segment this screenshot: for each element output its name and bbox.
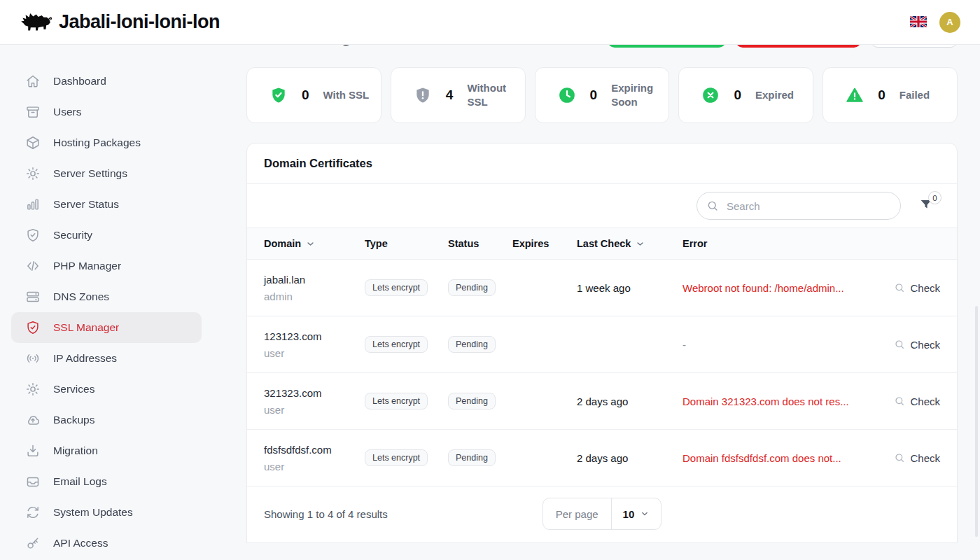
ssl-stats-cards: 0 With SSL 4 Without SSL 0 Expiring Soon…: [246, 67, 958, 123]
sidebar-item-label: SSL Manager: [53, 321, 119, 334]
check-label: Check: [910, 396, 940, 407]
table-body: jabali.lan admin Lets encrypt Pending 1 …: [247, 260, 957, 486]
bar-chart-icon: [25, 197, 41, 212]
table-row: fdsfsdfdsf.com user Lets encrypt Pending…: [247, 430, 957, 486]
search-input[interactable]: [696, 192, 901, 220]
sidebar-item-system-updates[interactable]: System Updates: [11, 497, 202, 528]
search-box: [696, 192, 901, 220]
status-badge: Pending: [448, 279, 496, 296]
shield-check-solid-icon: [270, 86, 288, 104]
check-action[interactable]: Check: [873, 282, 940, 294]
error-cell: Domain fdsfsdfdsf.com does not...: [682, 452, 873, 464]
table-row: 321323.com user Lets encrypt Pending 2 d…: [247, 373, 957, 430]
app-title: Jabali-loni-loni-lon: [59, 11, 220, 33]
status-badge: Pending: [448, 449, 496, 466]
scrollbar-thumb[interactable]: [975, 306, 978, 537]
sidebar-item-label: Migration: [53, 444, 98, 457]
sidebar-item-php-manager[interactable]: PHP Manager: [11, 251, 202, 281]
sidebar-item-dashboard[interactable]: Dashboard: [11, 66, 202, 97]
domain-name: jabali.lan: [264, 274, 365, 286]
language-flag-icon[interactable]: [910, 16, 927, 28]
stat-label: Failed: [899, 88, 930, 102]
column-label: Type: [365, 238, 388, 249]
sidebar-item-label: API Access: [53, 537, 108, 550]
sidebar-item-migration[interactable]: Migration: [11, 435, 202, 466]
sidebar-item-label: Server Status: [53, 198, 119, 211]
last-check-cell: 1 week ago: [577, 282, 682, 294]
chevron-down-icon: [640, 509, 650, 519]
sidebar-item-backups[interactable]: Backups: [11, 405, 202, 435]
sidebar-item-label: System Updates: [53, 506, 133, 519]
check-label: Check: [910, 339, 940, 351]
sidebar-item-label: DNS Zones: [53, 290, 109, 303]
stat-value: 4: [446, 88, 454, 103]
sidebar-item-services[interactable]: Services: [11, 374, 202, 405]
table-row: 123123.com user Lets encrypt Pending - C…: [247, 316, 957, 373]
key-icon: [25, 536, 41, 551]
code-icon: [25, 258, 41, 274]
warning-triangle-solid-icon: [846, 86, 864, 104]
sidebar-item-ip-addresses[interactable]: IP Addresses: [11, 343, 202, 374]
filter-button[interactable]: 0: [919, 197, 933, 214]
column-label: Domain: [264, 238, 301, 249]
sidebar-item-users[interactable]: Users: [11, 97, 202, 127]
column-header-last-check[interactable]: Last Check: [577, 238, 682, 249]
per-page-value: 10: [623, 508, 635, 520]
search-icon: [894, 452, 905, 463]
stat-card-failed: 0 Failed: [822, 67, 958, 123]
sidebar-item-dns-zones[interactable]: DNS Zones: [11, 281, 202, 312]
sidebar-item-security[interactable]: Security: [11, 220, 202, 251]
sidebar-item-label: Backups: [53, 414, 94, 426]
stat-card-expiring-soon: 0 Expiring Soon: [535, 67, 670, 123]
domain-owner: user: [264, 404, 365, 416]
per-page-select[interactable]: Per page 10: [542, 498, 662, 530]
check-label: Check: [910, 452, 940, 464]
sidebar-item-label: Users: [53, 106, 81, 118]
refresh-icon: [25, 505, 41, 520]
check-action[interactable]: Check: [873, 452, 940, 464]
search-icon: [894, 339, 905, 350]
domain-certificates-panel: Domain Certificates 0 Domain Type Status…: [246, 143, 958, 543]
status-badge: Pending: [448, 336, 496, 353]
shield-exclamation-solid-icon: [414, 86, 432, 104]
x-circle-solid-icon: [701, 86, 720, 104]
type-badge: Lets encrypt: [365, 393, 428, 410]
sidebar-item-api-access[interactable]: API Access: [11, 528, 202, 559]
check-action[interactable]: Check: [873, 396, 940, 407]
column-label: Status: [448, 238, 479, 249]
sidebar-item-label: Email Logs: [53, 475, 107, 488]
search-icon: [706, 200, 719, 212]
stat-value: 0: [590, 88, 598, 103]
domain-owner: user: [264, 461, 365, 472]
last-check-cell: 2 days ago: [577, 396, 682, 407]
top-header: Jabali-loni-loni-lon A: [0, 0, 980, 45]
sidebar-item-email-logs[interactable]: Email Logs: [11, 466, 202, 497]
cube-icon: [25, 135, 41, 150]
error-cell: Domain 321323.com does not res...: [682, 396, 873, 407]
clock-solid-icon: [558, 86, 576, 104]
last-check-cell: 2 days ago: [577, 452, 682, 464]
filter-count-badge: 0: [928, 191, 941, 204]
user-avatar[interactable]: A: [939, 12, 960, 33]
sidebar-item-label: Server Settings: [53, 167, 127, 180]
sidebar-item-hosting-packages[interactable]: Hosting Packages: [11, 127, 202, 158]
column-header-expires: Expires: [512, 238, 577, 249]
status-badge: Pending: [448, 393, 496, 410]
domain-owner: user: [264, 347, 365, 359]
app-brand[interactable]: Jabali-loni-loni-lon: [20, 10, 220, 34]
sidebar-item-server-settings[interactable]: Server Settings: [11, 158, 202, 189]
stat-card-expired: 0 Expired: [678, 67, 813, 123]
error-cell: Webroot not found: /home/admin...: [682, 282, 873, 294]
cloud-upload-icon: [25, 412, 41, 428]
signal-icon: [25, 351, 41, 366]
server-stack-icon: [25, 289, 41, 304]
results-summary: Showing 1 to 4 of 4 results: [264, 508, 542, 520]
sidebar-item-label: Hosting Packages: [53, 136, 141, 149]
sidebar-item-server-status[interactable]: Server Status: [11, 189, 202, 220]
column-header-domain[interactable]: Domain: [264, 238, 365, 249]
sidebar-item-label: IP Addresses: [53, 352, 117, 365]
stat-card-without-ssl: 4 Without SSL: [391, 67, 526, 123]
sidebar-item-ssl-manager[interactable]: SSL Manager: [11, 312, 202, 343]
check-action[interactable]: Check: [873, 339, 940, 351]
domain-name: fdsfsdfdsf.com: [264, 444, 365, 456]
